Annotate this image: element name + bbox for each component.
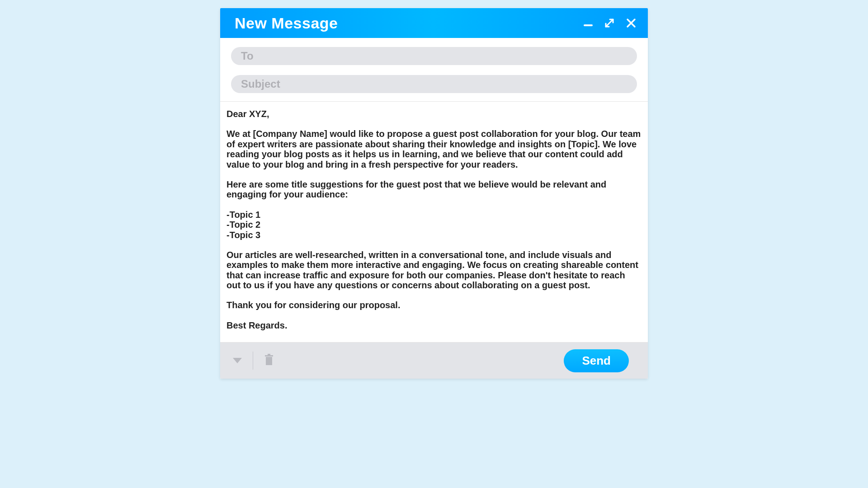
body-paragraph-3: Our articles are well-researched, writte… — [226, 250, 642, 291]
subject-field[interactable] — [231, 75, 637, 93]
svg-rect-0 — [266, 357, 272, 365]
expand-icon[interactable] — [604, 18, 614, 28]
compose-window: New Message Dear XYZ, — [220, 8, 648, 379]
body-greeting: Dear XYZ, — [226, 109, 642, 119]
close-icon[interactable] — [626, 18, 636, 28]
compose-footer: Send — [220, 343, 648, 379]
body-topics: -Topic 1 -Topic 2 -Topic 3 — [226, 210, 642, 240]
trash-icon[interactable] — [264, 353, 274, 368]
body-paragraph-1: We at [Company Name] would like to propo… — [226, 129, 642, 169]
header-title: New Message — [235, 14, 338, 32]
minimize-icon[interactable] — [584, 20, 593, 26]
svg-rect-1 — [265, 355, 273, 357]
body-paragraph-2: Here are some title suggestions for the … — [226, 179, 642, 200]
compose-header: New Message — [220, 8, 648, 38]
send-button[interactable]: Send — [564, 349, 629, 372]
more-options-dropdown-icon[interactable] — [233, 358, 242, 363]
to-field[interactable] — [231, 47, 637, 65]
svg-rect-2 — [268, 354, 270, 355]
body-thanks: Thank you for considering our proposal. — [226, 300, 642, 310]
footer-separator — [253, 352, 253, 370]
message-body[interactable]: Dear XYZ, We at [Company Name] would lik… — [220, 102, 648, 343]
footer-tools — [233, 352, 274, 370]
header-controls — [584, 18, 636, 28]
body-closing: Best Regards. — [226, 320, 642, 330]
address-fields — [220, 38, 648, 102]
